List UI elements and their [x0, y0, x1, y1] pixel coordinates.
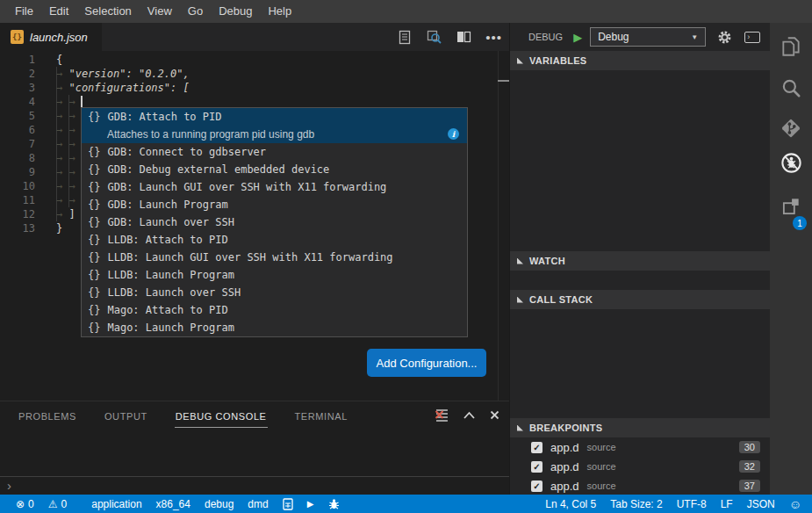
- explorer-icon[interactable]: [770, 33, 812, 60]
- start-debug-icon[interactable]: ▶: [573, 32, 582, 43]
- suggestion-item[interactable]: {}GDB: Launch GUI over SSH with X11 forw…: [82, 178, 467, 196]
- suggestion-item-selected[interactable]: {}GDB: Attach to PID Attaches to a runni…: [82, 108, 467, 143]
- split-editor-icon[interactable]: [456, 31, 471, 43]
- tab-problems[interactable]: PROBLEMS: [18, 403, 77, 428]
- line-number[interactable]: 9: [0, 165, 35, 179]
- line-number[interactable]: 10: [0, 179, 35, 193]
- clear-console-icon[interactable]: [435, 408, 449, 423]
- console-prompt: ›: [7, 478, 11, 493]
- breakpoint-kind: source: [587, 461, 616, 472]
- open-preview-icon[interactable]: [426, 29, 442, 45]
- menu-selection[interactable]: Selection: [76, 0, 139, 23]
- debug-sidebar: DEBUG ▶ Debug ▼ › VARIABLES WATCH CALL S…: [509, 23, 770, 495]
- breakpoint-checkbox[interactable]: ✓: [531, 461, 543, 473]
- line-number[interactable]: 12: [0, 207, 35, 221]
- snippet-icon: {}: [88, 145, 100, 159]
- error-count[interactable]: ⊗ 0: [9, 498, 41, 510]
- suggestion-item[interactable]: {}GDB: Debug external embedded device: [82, 161, 467, 178]
- configure-gear-icon[interactable]: [717, 30, 732, 45]
- warning-count[interactable]: ⚠ 0: [41, 498, 74, 510]
- suggestion-label: GDB: Debug external embedded device: [107, 163, 329, 177]
- extensions-icon[interactable]: [770, 193, 812, 220]
- breakpoint-checkbox[interactable]: ✓: [531, 442, 543, 453]
- debug-config-dropdown[interactable]: Debug ▼: [590, 27, 706, 47]
- cursor-position[interactable]: Ln 4, Col 5: [538, 498, 603, 510]
- section-call-stack[interactable]: CALL STACK: [510, 290, 770, 309]
- suggestion-item[interactable]: {}GDB: Connect to gdbserver: [82, 143, 467, 161]
- menu-edit[interactable]: Edit: [41, 0, 76, 23]
- source-control-icon[interactable]: [770, 115, 812, 141]
- suggestion-item[interactable]: {}Mago: Launch Program: [82, 319, 467, 336]
- tab-debug-console[interactable]: DEBUG CONSOLE: [175, 403, 268, 428]
- breakpoint-checkbox[interactable]: ✓: [531, 480, 543, 492]
- info-icon[interactable]: [448, 128, 459, 140]
- line-number[interactable]: 7: [0, 137, 35, 151]
- debug-icon[interactable]: [770, 149, 812, 176]
- snippet-icon: {}: [88, 180, 100, 194]
- line-number[interactable]: 4: [0, 95, 35, 109]
- suggestion-detail: Attaches to a running program pid using …: [82, 126, 467, 143]
- editor-line: 3→"configurations": [: [0, 81, 509, 95]
- section-variables[interactable]: VARIABLES: [510, 51, 770, 70]
- breakpoint-row[interactable]: ✓ app.d source 37: [510, 476, 770, 495]
- encoding[interactable]: UTF-8: [670, 498, 714, 510]
- suggestion-item[interactable]: {}Mago: Attach to PID: [82, 301, 467, 319]
- status-bar-left: ⊗ 0 ⚠ 0 application x86_64 debug dmd ▶: [9, 495, 348, 513]
- status-compiler[interactable]: dmd: [241, 498, 275, 510]
- line-number[interactable]: 8: [0, 151, 35, 165]
- dub-settings-icon[interactable]: [276, 498, 300, 510]
- close-panel-icon[interactable]: [489, 409, 500, 421]
- maximize-panel-icon[interactable]: [463, 410, 476, 421]
- call-stack-body[interactable]: [510, 309, 770, 418]
- line-number[interactable]: 6: [0, 123, 35, 137]
- line-number[interactable]: 13: [0, 221, 35, 235]
- language-mode[interactable]: JSON: [740, 498, 782, 510]
- line-number[interactable]: 5: [0, 109, 35, 123]
- status-build-type[interactable]: debug: [198, 498, 241, 510]
- section-watch[interactable]: WATCH: [510, 251, 770, 271]
- line-number[interactable]: 3: [0, 81, 35, 95]
- variables-body[interactable]: [510, 70, 770, 251]
- menu-file[interactable]: File: [7, 0, 41, 23]
- debug-console-toggle-icon[interactable]: ›: [744, 32, 760, 43]
- line-number[interactable]: 11: [0, 193, 35, 207]
- breakpoint-row[interactable]: ✓ app.d source 30: [510, 437, 770, 457]
- section-breakpoints[interactable]: BREAKPOINTS: [510, 418, 770, 437]
- debug-project-icon[interactable]: [320, 498, 348, 510]
- search-icon[interactable]: [770, 75, 812, 101]
- watch-body[interactable]: [510, 271, 770, 290]
- status-arch[interactable]: x86_64: [149, 498, 198, 510]
- extensions-badge: 1: [793, 216, 807, 230]
- run-project-icon[interactable]: ▶: [300, 499, 321, 509]
- add-configuration-button[interactable]: Add Configuration...: [367, 349, 486, 377]
- status-application[interactable]: application: [84, 498, 148, 510]
- debug-console-input[interactable]: [0, 477, 509, 495]
- feedback-smiley-icon[interactable]: ☺: [782, 497, 803, 511]
- line-number[interactable]: 1: [0, 53, 35, 67]
- open-settings-file-icon[interactable]: [398, 30, 412, 45]
- tab-launch-json[interactable]: {} launch.json: [0, 23, 102, 51]
- suggestion-item[interactable]: {}LLDB: Launch over SSH: [82, 284, 467, 301]
- breakpoint-kind: source: [587, 442, 616, 452]
- more-actions-icon[interactable]: •••: [485, 30, 502, 45]
- suggestion-item[interactable]: {}LLDB: Attach to PID: [82, 231, 467, 249]
- suggestion-item[interactable]: {}GDB: Launch Program: [82, 196, 467, 213]
- menu-go[interactable]: Go: [180, 0, 211, 23]
- editor-line: 2→"version": "0.2.0",: [0, 67, 509, 81]
- menu-view[interactable]: View: [140, 0, 180, 23]
- breakpoint-row[interactable]: ✓ app.d source 32: [510, 457, 770, 476]
- tab-terminal[interactable]: TERMINAL: [294, 403, 349, 428]
- panel-actions: [435, 408, 500, 423]
- line-number[interactable]: 2: [0, 67, 35, 81]
- tab-output[interactable]: OUTPUT: [104, 403, 148, 428]
- suggestion-item[interactable]: {}LLDB: Launch GUI over SSH with X11 for…: [82, 249, 467, 266]
- suggestion-item[interactable]: {}LLDB: Launch Program: [82, 266, 467, 284]
- suggestion-item[interactable]: {}GDB: Launch over SSH: [82, 213, 467, 231]
- code-editor[interactable]: 1{ 2→"version": "0.2.0", 3→"configuratio…: [0, 51, 509, 401]
- menu-debug[interactable]: Debug: [211, 0, 260, 23]
- eol-sequence[interactable]: LF: [714, 498, 740, 510]
- menu-help[interactable]: Help: [260, 0, 299, 23]
- activity-bar: 1: [770, 23, 812, 495]
- indentation[interactable]: Tab Size: 2: [603, 498, 669, 510]
- panel-tabs: PROBLEMS OUTPUT DEBUG CONSOLE TERMINAL: [0, 401, 509, 430]
